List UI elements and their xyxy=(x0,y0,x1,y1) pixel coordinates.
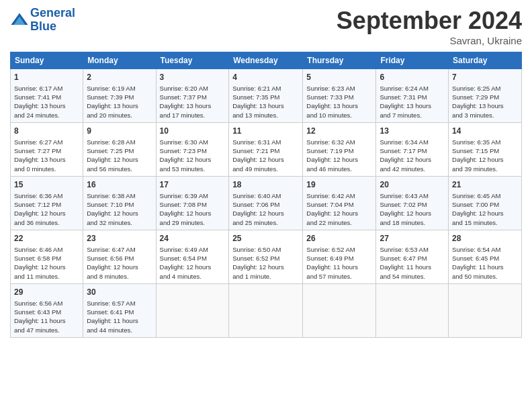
calendar-week-row: 22Sunrise: 6:46 AMSunset: 6:58 PMDayligh… xyxy=(11,230,522,283)
day-info-line: and 20 minutes. xyxy=(87,111,152,120)
day-info-line: Daylight: 12 hours xyxy=(160,209,226,218)
day-info-line: Sunset: 7:17 PM xyxy=(380,146,445,155)
calendar-cell: 23Sunrise: 6:47 AMSunset: 6:56 PMDayligh… xyxy=(83,230,156,283)
day-info-line: and 1 minute. xyxy=(232,272,299,281)
calendar-cell: 26Sunrise: 6:52 AMSunset: 6:49 PMDayligh… xyxy=(303,230,376,283)
day-number: 30 xyxy=(87,287,152,298)
day-info-line: Sunset: 7:04 PM xyxy=(306,200,372,209)
day-info-line: Daylight: 11 hours xyxy=(87,316,152,325)
calendar-cell: 10Sunrise: 6:30 AMSunset: 7:23 PMDayligh… xyxy=(156,122,229,176)
day-info-line: Sunrise: 6:50 AM xyxy=(232,245,299,254)
day-info-line: Daylight: 11 hours xyxy=(306,263,372,271)
calendar-cell: 27Sunrise: 6:53 AMSunset: 6:47 PMDayligh… xyxy=(376,230,449,283)
calendar-cell: 4Sunrise: 6:21 AMSunset: 7:35 PMDaylight… xyxy=(229,69,303,123)
day-info-line: Sunset: 6:45 PM xyxy=(452,254,518,263)
calendar-cell: 15Sunrise: 6:36 AMSunset: 7:12 PMDayligh… xyxy=(11,176,83,230)
day-info-line: Daylight: 12 hours xyxy=(87,155,152,164)
weekday-header: Thursday xyxy=(303,52,376,69)
day-number: 13 xyxy=(380,126,445,137)
day-info-line: Sunset: 7:31 PM xyxy=(380,93,445,101)
day-info-line: and 22 minutes. xyxy=(306,218,372,227)
day-info-line: and 24 minutes. xyxy=(14,111,79,120)
day-number: 16 xyxy=(87,179,152,191)
calendar-cell: 5Sunrise: 6:23 AMSunset: 7:33 PMDaylight… xyxy=(303,69,376,123)
calendar-cell: 9Sunrise: 6:28 AMSunset: 7:25 PMDaylight… xyxy=(83,122,156,176)
day-info-line: Sunset: 7:08 PM xyxy=(160,200,226,209)
calendar-cell xyxy=(376,283,449,337)
day-info-line: Sunrise: 6:45 AM xyxy=(452,191,518,200)
day-number: 12 xyxy=(306,126,372,137)
day-info-line: Sunset: 7:19 PM xyxy=(306,146,372,155)
day-info-line: Sunset: 7:37 PM xyxy=(160,93,226,101)
calendar-cell: 21Sunrise: 6:45 AMSunset: 7:00 PMDayligh… xyxy=(449,176,522,230)
day-info-line: Sunrise: 6:31 AM xyxy=(232,138,299,146)
day-info-line: and 42 minutes. xyxy=(380,165,445,173)
day-number: 26 xyxy=(306,233,372,244)
calendar-cell: 7Sunrise: 6:25 AMSunset: 7:29 PMDaylight… xyxy=(449,69,522,123)
day-info-line: Sunrise: 6:57 AM xyxy=(87,299,152,308)
day-info-line: Sunrise: 6:34 AM xyxy=(380,138,445,146)
day-info-line: and 0 minutes. xyxy=(14,165,79,173)
day-info-line: Sunset: 7:23 PM xyxy=(160,146,226,155)
calendar-cell: 24Sunrise: 6:49 AMSunset: 6:54 PMDayligh… xyxy=(156,230,229,283)
day-number: 17 xyxy=(160,179,226,191)
day-number: 18 xyxy=(232,179,299,191)
day-info-line: and 3 minutes. xyxy=(452,111,518,120)
day-info-line: Daylight: 12 hours xyxy=(160,155,226,164)
calendar-cell: 16Sunrise: 6:38 AMSunset: 7:10 PMDayligh… xyxy=(83,176,156,230)
day-info-line: Sunset: 6:54 PM xyxy=(160,254,226,263)
day-info-line: Sunrise: 6:19 AM xyxy=(87,84,152,93)
day-info-line: and 49 minutes. xyxy=(232,165,299,173)
weekday-header: Friday xyxy=(376,52,449,69)
day-info-line: Sunset: 7:12 PM xyxy=(14,200,79,209)
weekday-header: Wednesday xyxy=(229,52,303,69)
calendar-cell: 13Sunrise: 6:34 AMSunset: 7:17 PMDayligh… xyxy=(376,122,449,176)
day-info-line: and 13 minutes. xyxy=(232,111,299,120)
day-number: 23 xyxy=(87,233,152,244)
calendar-cell xyxy=(449,283,522,337)
location-subtitle: Savran, Ukraine xyxy=(337,35,522,46)
day-info-line: Daylight: 13 hours xyxy=(232,101,299,110)
day-info-line: Sunset: 7:02 PM xyxy=(380,200,445,209)
day-info-line: Daylight: 11 hours xyxy=(380,263,445,271)
day-info-line: Sunrise: 6:54 AM xyxy=(452,245,518,254)
month-title: September 2024 xyxy=(337,7,522,35)
day-info-line: Daylight: 12 hours xyxy=(452,155,518,164)
day-info-line: Sunrise: 6:27 AM xyxy=(14,138,79,146)
day-number: 14 xyxy=(452,126,518,137)
day-info-line: Sunrise: 6:24 AM xyxy=(380,84,445,93)
day-info-line: Sunset: 7:41 PM xyxy=(14,93,79,101)
day-info-line: Daylight: 12 hours xyxy=(160,263,226,271)
day-number: 25 xyxy=(232,233,299,244)
day-info-line: and 10 minutes. xyxy=(306,111,372,120)
day-info-line: Daylight: 12 hours xyxy=(306,209,372,218)
day-info-line: Sunset: 7:33 PM xyxy=(306,93,372,101)
day-info-line: Sunset: 6:56 PM xyxy=(87,254,152,263)
day-info-line: Sunset: 6:47 PM xyxy=(380,254,445,263)
day-number: 20 xyxy=(380,179,445,191)
day-info-line: and 46 minutes. xyxy=(306,165,372,173)
day-info-line: Sunrise: 6:30 AM xyxy=(160,138,226,146)
day-info-line: Daylight: 13 hours xyxy=(452,101,518,110)
day-info-line: and 39 minutes. xyxy=(452,165,518,173)
day-info-line: Sunset: 7:06 PM xyxy=(232,200,299,209)
day-info-line: Daylight: 13 hours xyxy=(306,101,372,110)
day-info-line: Sunset: 7:15 PM xyxy=(452,146,518,155)
day-info-line: Daylight: 12 hours xyxy=(380,155,445,164)
day-info-line: Sunrise: 6:56 AM xyxy=(14,299,79,308)
day-info-line: and 57 minutes. xyxy=(306,272,372,281)
calendar-cell: 8Sunrise: 6:27 AMSunset: 7:27 PMDaylight… xyxy=(11,122,83,176)
day-number: 3 xyxy=(160,72,226,83)
day-number: 6 xyxy=(380,72,445,83)
day-info-line: and 18 minutes. xyxy=(380,218,445,227)
logo-icon xyxy=(10,11,29,30)
logo-line1: General xyxy=(30,6,75,19)
day-info-line: Sunset: 6:58 PM xyxy=(14,254,79,263)
day-number: 22 xyxy=(14,233,79,244)
day-info-line: and 56 minutes. xyxy=(87,165,152,173)
day-info-line: Sunrise: 6:36 AM xyxy=(14,191,79,200)
day-info-line: Daylight: 11 hours xyxy=(452,263,518,271)
day-info-line: Sunset: 7:21 PM xyxy=(232,146,299,155)
calendar-cell: 17Sunrise: 6:39 AMSunset: 7:08 PMDayligh… xyxy=(156,176,229,230)
day-info-line: Sunset: 7:39 PM xyxy=(87,93,152,101)
